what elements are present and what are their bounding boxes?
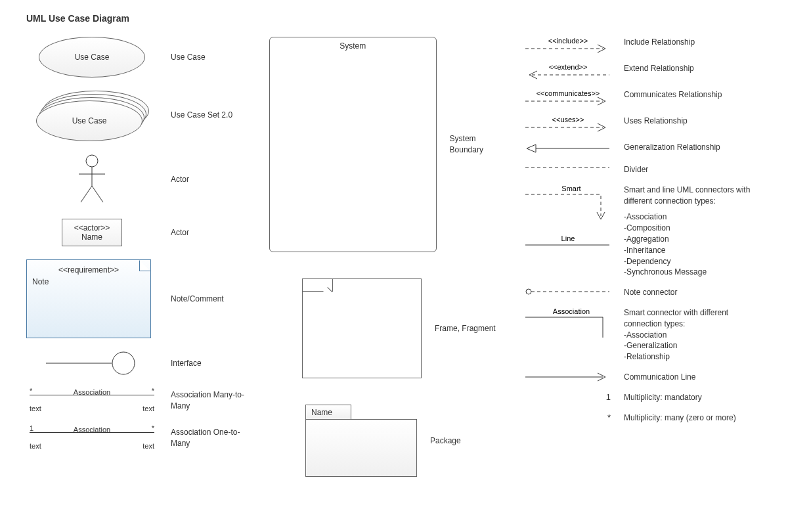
svg-line-3 (81, 186, 92, 202)
smart-label-title: Smart and line UML connectors with diffe… (624, 185, 762, 207)
smart-types: -Association -Composition -Aggregation -… (624, 211, 762, 278)
assoc-mm-left-text: text (30, 405, 41, 412)
svg-text:Association: Association (553, 307, 590, 315)
association-label-title: Smart connector with different connectio… (624, 307, 762, 330)
smart-label: Smart and line UML connectors with diffe… (624, 185, 762, 278)
svg-line-4 (92, 186, 103, 202)
communicates-row: <<communicates>> Communicates Relationsh… (525, 89, 762, 106)
mult-1-row: 1 Multiplicity: mandatory (525, 392, 762, 403)
uses-arrow-icon: <<uses>> (525, 116, 611, 133)
association-row: Association Smart connector with differe… (525, 307, 762, 363)
svg-text:<<uses>>: <<uses>> (552, 116, 584, 123)
actor-box: <<actor>> Name (62, 219, 123, 246)
note-connector-row: Note connector (525, 287, 762, 298)
uses-label: Uses Relationship (624, 116, 688, 127)
usecase-stack: Use Case (36, 91, 148, 140)
system-label: System Boundary (450, 133, 506, 156)
association-label: Smart connector with different connectio… (624, 307, 762, 363)
extend-label: Extend Relationship (624, 63, 694, 74)
communicates-arrow-icon: <<communicates>> (525, 89, 611, 106)
usecase-ellipse: Use Case (39, 37, 145, 78)
svg-text:<<communicates>>: <<communicates>> (536, 89, 600, 97)
interface-row: Interface (26, 351, 250, 375)
mult-star-label: Multiplicity: many (zero or more) (624, 412, 736, 424)
frame-box (302, 278, 422, 378)
assoc-mm-row: Association * * text text Association Ma… (26, 388, 250, 412)
frame-label: Frame, Fragment (435, 323, 496, 334)
mult-star-symbol: * (607, 412, 611, 422)
note-text: Note (32, 277, 145, 286)
note-label: Note/Comment (171, 294, 224, 305)
mult-star-row: * Multiplicity: many (zero or more) (525, 412, 762, 424)
association-connector-icon: Association (525, 307, 611, 339)
generalization-row: Generalization Relationship (525, 142, 762, 155)
svg-text:Line: Line (561, 236, 575, 242)
extend-row: <<extend>> Extend Relationship (525, 63, 762, 80)
assoc-mm-right-mult: * (152, 387, 154, 395)
system-title: System (339, 41, 366, 51)
actor-stick-label: Actor (171, 174, 189, 185)
svg-text:Smart: Smart (561, 185, 580, 192)
interface-icon (46, 351, 138, 375)
svg-marker-16 (527, 144, 536, 152)
frame-row: Frame, Fragment (302, 278, 506, 378)
svg-text:<<extend>>: <<extend>> (549, 63, 588, 71)
diagram-container: Use Case Use Case Use Case Use Case Set … (26, 37, 762, 490)
assoc-om-row: Association 1 * text text Association On… (26, 426, 250, 450)
actor-box-row: <<actor>> Name Actor (26, 219, 250, 246)
include-label: Include Relationship (624, 37, 695, 48)
assoc-om-right-text: text (142, 442, 154, 450)
comm-line-row: Communication Line (525, 372, 762, 383)
interface-label: Interface (171, 358, 202, 369)
actor-stereo: <<actor>> (74, 223, 110, 233)
assoc-om: Association 1 * text text (30, 426, 154, 450)
association-types: -Association -Generalization -Relationsh… (624, 330, 762, 363)
comm-line-icon (525, 372, 611, 382)
usecase-set-text: Use Case (72, 116, 107, 125)
note-connector-icon (525, 287, 611, 296)
system-box: System (269, 37, 437, 252)
middle-column: System System Boundary Frame, Fragment N… (269, 37, 506, 490)
actor-box-label: Actor (171, 227, 189, 238)
package-label: Package (430, 435, 461, 447)
assoc-mm-right-text: text (142, 405, 154, 412)
actor-stick-icon (76, 153, 108, 206)
diagram-title: UML Use Case Diagram (26, 13, 762, 24)
usecase-set-row: Use Case Use Case Set 2.0 (26, 91, 250, 140)
left-column: Use Case Use Case Use Case Use Case Set … (26, 37, 250, 490)
svg-point-0 (86, 155, 98, 167)
svg-text:<<include>>: <<include>> (548, 37, 588, 45)
assoc-mm: Association * * text text (30, 388, 154, 412)
package-box: Name (305, 405, 417, 477)
usecase-label: Use Case (171, 52, 206, 63)
smart-row: Smart Line Smart and line UML connectors… (525, 185, 762, 278)
assoc-mm-left-mult: * (30, 387, 32, 395)
extend-arrow-icon: <<extend>> (525, 63, 611, 80)
smart-connector-icon: Smart (525, 185, 611, 224)
assoc-om-left-text: text (30, 442, 41, 450)
note-row: <<requirement>> Note Note/Comment (26, 259, 250, 338)
usecase-set-label: Use Case Set 2.0 (171, 110, 232, 121)
note-stereo: <<requirement>> (32, 265, 145, 275)
uses-row: <<uses>> Uses Relationship (525, 116, 762, 133)
divider-icon (525, 164, 611, 171)
right-column: <<include>> Include Relationship <<exten… (525, 37, 762, 490)
package-tab-text: Name (311, 408, 332, 417)
assoc-om-label: Association One-to-Many (171, 427, 250, 449)
generalization-arrow-icon (525, 142, 611, 155)
assoc-mm-label: Association Many-to-Many (171, 389, 250, 412)
mult-1-label: Multiplicity: mandatory (624, 392, 702, 403)
comm-line-label: Communication Line (624, 372, 695, 383)
usecase-row: Use Case Use Case (26, 37, 250, 78)
package-row: Name Package (305, 405, 506, 477)
assoc-om-right-mult: * (152, 424, 154, 432)
actor-stick-row: Actor (26, 153, 250, 206)
note-box: <<requirement>> Note (26, 259, 151, 338)
note-connector-label: Note connector (624, 287, 677, 298)
assoc-om-left-mult: 1 (30, 424, 33, 432)
generalization-label: Generalization Relationship (624, 142, 720, 153)
communicates-label: Communicates Relationship (624, 89, 722, 100)
svg-point-21 (526, 289, 531, 294)
divider-row: Divider (525, 164, 762, 175)
usecase-text: Use Case (75, 53, 110, 62)
